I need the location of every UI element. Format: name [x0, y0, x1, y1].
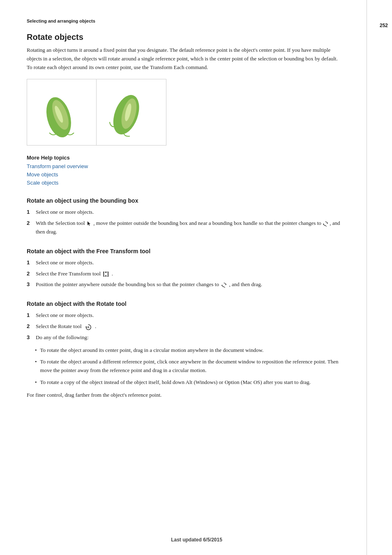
svg-point-24 [88, 327, 89, 328]
svg-marker-6 [327, 223, 328, 224]
image-before [27, 79, 97, 145]
bullet-1: To rotate the object around its center p… [35, 346, 344, 355]
link-scale-objects[interactable]: Scale objects [27, 180, 344, 186]
svg-rect-13 [103, 275, 104, 276]
bullet-2: To rotate the object around a different … [35, 358, 344, 375]
step-ft-1: 1 Select one or more objects. [27, 259, 344, 267]
svg-rect-14 [108, 275, 109, 276]
rotate-tool-title: Rotate an object with the Rotate tool [27, 301, 344, 307]
svg-rect-12 [108, 271, 109, 273]
step-rt-3: 3 Do any of the following: [27, 333, 344, 342]
bounding-box-steps: 1 Select one or more objects. 2 With the… [27, 208, 344, 236]
intro-paragraph: Rotating an object turns it around a fix… [27, 46, 344, 72]
svg-marker-19 [225, 284, 226, 285]
step-ft-3: 3 Position the pointer anywhere outside … [27, 280, 344, 289]
right-margin: 252 [367, 0, 392, 555]
more-help-title: More Help topics [27, 155, 344, 161]
main-title: Rotate objects [27, 32, 344, 42]
finer-control-text: For finer control, drag farther from the… [27, 391, 344, 400]
svg-rect-17 [103, 273, 104, 275]
step-rt-2: 2 Select the Rotate tool . [27, 322, 344, 331]
svg-line-8 [325, 225, 326, 226]
step-ft-2: 2 Select the Free Transform tool [27, 270, 344, 278]
svg-rect-15 [106, 271, 107, 273]
more-help-section: More Help topics Transform panel overvie… [27, 155, 344, 186]
bullet-3: To rotate a copy of the object instead o… [35, 378, 344, 387]
rotate-tool-steps: 1 Select one or more objects. 2 Select t… [27, 311, 344, 342]
svg-marker-20 [221, 285, 223, 286]
step-bb-2: 2 With the Selection tool , move the poi… [27, 219, 344, 236]
bounding-box-title: Rotate an object using the bounding box [27, 197, 344, 204]
rotation-image-container [27, 79, 166, 146]
svg-marker-7 [323, 224, 324, 224]
step-bb-1: 1 Select one or more objects. [27, 208, 344, 217]
step-rt-1: 1 Select one or more objects. [27, 311, 344, 320]
svg-marker-23 [85, 326, 87, 328]
free-transform-steps: 1 Select one or more objects. 2 Select t… [27, 259, 344, 289]
footer-last-updated: Last updated 6/5/2015 [27, 537, 367, 543]
rotate-tool-bullets: To rotate the object around its center p… [35, 346, 344, 387]
link-transform-panel[interactable]: Transform panel overview [27, 163, 344, 169]
section-header: Selecting and arranging objects [27, 18, 344, 23]
image-after [97, 79, 166, 145]
page-number: 252 [380, 23, 388, 28]
free-transform-title: Rotate an object with the Free Transform… [27, 248, 344, 254]
svg-rect-16 [106, 275, 107, 276]
svg-rect-18 [108, 273, 109, 275]
svg-line-21 [224, 287, 225, 287]
svg-rect-11 [103, 271, 104, 273]
link-move-objects[interactable]: Move objects [27, 171, 344, 178]
